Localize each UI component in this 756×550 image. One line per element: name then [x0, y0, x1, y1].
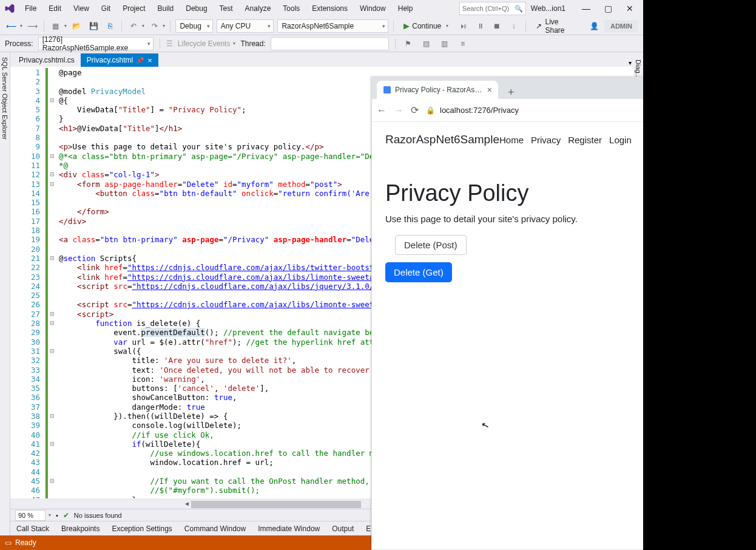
browser-tab-title: Privacy Policy - RazorAspNet6Sa: [395, 86, 484, 94]
forward-button[interactable]: →: [394, 105, 403, 116]
reload-button[interactable]: ⟳: [411, 104, 419, 116]
thread-input[interactable]: [271, 37, 389, 50]
url-text: localhost:7276/Privacy: [440, 106, 519, 115]
bottom-tab-exception-settings[interactable]: Exception Settings: [106, 522, 178, 535]
status-icon: ▭: [5, 538, 12, 547]
save-icon[interactable]: 💾: [87, 19, 100, 33]
open-file-icon[interactable]: 📂: [70, 19, 84, 33]
close-button[interactable]: ✕: [624, 2, 636, 15]
bullet-icon: •: [56, 512, 58, 519]
menu-test[interactable]: Test: [214, 2, 238, 15]
process-dropdown[interactable]: [1276] RazorAspNet6Sample.exe: [38, 37, 154, 50]
process-label: Process:: [5, 39, 33, 48]
status-text: Ready: [15, 538, 36, 547]
titlebar: FileEditViewGitProjectBuildDebugTestAnal…: [0, 0, 643, 17]
line-number-gutter: 1234567891011121314151617181920212223242…: [10, 67, 46, 498]
admin-badge: ADMIN: [604, 20, 638, 32]
debug-icon-2[interactable]: ⏸: [474, 19, 487, 33]
undo-icon[interactable]: ↶: [127, 19, 140, 33]
issues-label: No issues found: [74, 512, 122, 519]
search-icon: 🔍: [515, 5, 523, 13]
browser-window: Privacy Policy - RazorAspNet6Sa × + ← → …: [371, 76, 643, 550]
save-all-icon[interactable]: ⎘: [104, 19, 117, 33]
share-icon: ↗: [536, 22, 542, 30]
vs-logo-icon: [2, 1, 17, 16]
flag-icon[interactable]: ⚑: [402, 37, 415, 50]
minimize-button[interactable]: —: [580, 2, 592, 15]
nav-link-privacy[interactable]: Privacy: [531, 135, 561, 145]
nav-forward-icon[interactable]: ⟶: [26, 19, 39, 33]
live-share-button[interactable]: ↗Live Share: [531, 18, 584, 35]
tab-privacy-cshtml[interactable]: Privacy.cshtml 📌 ×: [81, 53, 158, 67]
delete-post-button[interactable]: Delete (Post): [395, 235, 467, 255]
lock-icon: 🔒: [426, 106, 435, 115]
menu-edit[interactable]: Edit: [43, 2, 67, 15]
main-toolbar: ⟵▾ ⟶ ▦▾ 📂 💾 ⎘ ↶▾ ↷▾ Debug Any CPU RazorA…: [0, 17, 643, 35]
tab-strip: Privacy.cshtml.cs Privacy.cshtml 📌 × ▾ ⚙: [10, 52, 643, 67]
target-dropdown[interactable]: RazorAspNet6Sample: [277, 19, 388, 33]
menu-window[interactable]: Window: [354, 2, 391, 15]
search-input[interactable]: Search (Ctrl+Q) 🔍: [459, 2, 526, 15]
stack-icon[interactable]: ▤: [420, 37, 433, 50]
close-tab-icon[interactable]: ×: [487, 85, 492, 95]
svg-rect-0: [383, 86, 391, 93]
nav-links: HomePrivacyRegisterLogin: [499, 135, 632, 145]
menu-analyze[interactable]: Analyze: [240, 2, 277, 15]
continue-button[interactable]: ▶Continue▾: [399, 21, 453, 30]
bottom-tab-output[interactable]: Output: [326, 522, 360, 535]
debug-icon-1[interactable]: ⏯: [457, 19, 470, 33]
page-content: RazorAspNet6Sample HomePrivacyRegisterLo…: [372, 122, 643, 549]
close-tab-icon[interactable]: ×: [147, 56, 152, 65]
thread-label: Thread:: [240, 39, 265, 48]
continue-label: Continue: [412, 22, 441, 30]
menu-extensions[interactable]: Extensions: [306, 2, 353, 15]
tab-dropdown-icon[interactable]: ▾: [629, 59, 632, 66]
menu-view[interactable]: View: [68, 2, 95, 15]
menu-file[interactable]: File: [19, 2, 42, 15]
bottom-tab-call-stack[interactable]: Call Stack: [10, 522, 55, 535]
menu-project[interactable]: Project: [117, 2, 150, 15]
menu-debug[interactable]: Debug: [180, 2, 212, 15]
bottom-tab-immediate-window[interactable]: Immediate Window: [252, 522, 326, 535]
browser-tab[interactable]: Privacy Policy - RazorAspNet6Sa ×: [377, 81, 498, 99]
debug-icon-3[interactable]: ⏹: [490, 19, 504, 33]
platform-dropdown[interactable]: Any CPU: [217, 19, 274, 33]
delete-get-button[interactable]: Delete (Get): [385, 262, 452, 282]
new-item-icon[interactable]: ▦: [49, 19, 62, 33]
stack2-icon[interactable]: ▥: [438, 37, 451, 50]
redo-icon[interactable]: ↷: [148, 19, 161, 33]
page-favicon-icon: [383, 86, 391, 94]
menu-tools[interactable]: Tools: [277, 2, 305, 15]
menubar: FileEditViewGitProjectBuildDebugTestAnal…: [19, 0, 418, 17]
debug-icon-4[interactable]: ↓: [507, 19, 521, 33]
site-header: RazorAspNet6Sample HomePrivacyRegisterLo…: [385, 133, 630, 157]
bottom-tab-command-window[interactable]: Command Window: [178, 522, 252, 535]
nav-link-login[interactable]: Login: [609, 135, 632, 145]
check-icon: ✔: [63, 511, 69, 520]
nav-link-register[interactable]: Register: [568, 135, 602, 145]
menu-build[interactable]: Build: [152, 2, 180, 15]
feedback-icon[interactable]: 👤: [587, 19, 601, 33]
back-button[interactable]: ←: [377, 105, 386, 116]
tab-label: Privacy.cshtml: [87, 56, 133, 64]
page-heading: Privacy Policy: [385, 180, 630, 206]
tab-privacy-cs[interactable]: Privacy.cshtml.cs: [13, 53, 81, 67]
lifecycle-icon: ☰: [166, 39, 173, 48]
nav-back-icon[interactable]: ⟵: [5, 19, 18, 33]
nav-link-home[interactable]: Home: [499, 135, 524, 145]
pin-icon[interactable]: 📌: [137, 57, 144, 64]
sql-explorer-tab[interactable]: SQL Server Object Explorer: [0, 52, 10, 535]
menu-help[interactable]: Help: [393, 2, 419, 15]
stack3-icon[interactable]: ≡: [456, 37, 470, 50]
new-tab-button[interactable]: +: [504, 86, 518, 99]
fold-gutter[interactable]: ⊟⊟⊟⊟⊟⊟⊟⊟⊟⊟⊟: [48, 67, 56, 498]
address-bar[interactable]: 🔒 localhost:7276/Privacy: [426, 106, 638, 115]
menu-git[interactable]: Git: [96, 2, 116, 15]
maximize-button[interactable]: ▢: [602, 2, 614, 15]
lifecycle-label[interactable]: Lifecycle Events: [178, 39, 231, 48]
config-dropdown[interactable]: Debug: [175, 19, 212, 33]
bottom-tab-breakpoints[interactable]: Breakpoints: [55, 522, 106, 535]
zoom-dropdown[interactable]: 90 %: [15, 510, 46, 521]
site-brand[interactable]: RazorAspNet6Sample: [385, 133, 499, 146]
black-background: [643, 0, 756, 550]
